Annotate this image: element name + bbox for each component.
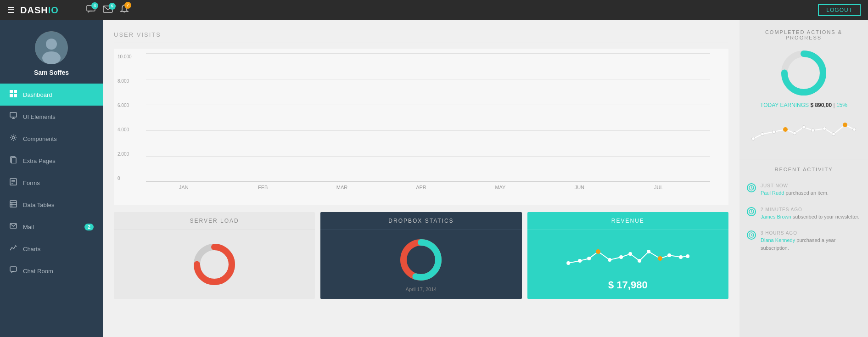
svg-point-32 <box>619 255 623 259</box>
dropbox-donut <box>398 237 444 283</box>
sidebar-item-chat-room[interactable]: Chat Room <box>0 260 103 282</box>
sidebar-item-extra-pages[interactable]: Extra Pages <box>0 150 103 172</box>
activity-link-1[interactable]: James Brown <box>761 214 791 219</box>
sidebar-item-label: Charts <box>23 246 94 253</box>
activity-item-0: JUST NOW Paul Rudd purchased an item. <box>739 178 868 202</box>
svg-point-47 <box>793 132 796 135</box>
bell-badge: 7 <box>124 2 131 9</box>
right-panel: COMPLETED ACTIONS & PROGRESS TODAY EARNI… <box>739 20 868 337</box>
svg-point-3 <box>46 39 57 50</box>
envelope-badge: 5 <box>109 3 116 10</box>
y-label-0: 0 <box>118 176 132 181</box>
svg-point-35 <box>647 250 650 253</box>
svg-point-36 <box>658 256 662 261</box>
svg-rect-8 <box>14 94 17 97</box>
sidebar-profile: Sam Soffes <box>0 20 103 84</box>
svg-point-42 <box>783 127 788 132</box>
sidebar-item-dashboard[interactable]: Dashboard <box>0 84 103 106</box>
revenue-amount: $ 17,980 <box>608 279 648 291</box>
svg-point-4 <box>42 51 61 64</box>
sidebar-item-label: UI Elements <box>23 113 94 120</box>
sidebar-item-label: Dashboard <box>23 91 94 98</box>
x-label-jul: JUL <box>621 185 696 190</box>
svg-point-39 <box>686 254 689 258</box>
sidebar-item-label: Forms <box>23 180 94 186</box>
earnings-text: TODAY EARNINGS $ 890,00 | 15% <box>739 102 868 108</box>
dashboard-icon <box>9 90 17 99</box>
forms-icon <box>9 178 17 187</box>
sidebar-item-label: Mail <box>23 224 84 230</box>
bell-icon-wrap[interactable]: 7 <box>120 5 129 16</box>
sidebar-item-label: Components <box>23 135 94 142</box>
revenue-body: $ 17,980 <box>527 230 728 299</box>
comment-icon-wrap[interactable]: 4 <box>86 5 95 16</box>
avatar <box>35 31 68 64</box>
svg-point-29 <box>578 259 582 263</box>
svg-point-45 <box>761 133 764 136</box>
sidebar-item-data-tables[interactable]: Data Tables <box>0 194 103 216</box>
sidebar-item-components[interactable]: Components <box>0 128 103 150</box>
x-label-may: MAY <box>463 185 538 190</box>
cards-row: SERVER LOAD DROPBOX STATICS <box>114 212 728 299</box>
svg-rect-17 <box>10 201 17 207</box>
svg-point-27 <box>596 249 600 254</box>
svg-point-10 <box>12 137 15 139</box>
svg-rect-9 <box>10 112 17 117</box>
y-label-10000: 10.000 <box>118 54 132 59</box>
revenue-card: REVENUE <box>527 212 728 299</box>
clock-icon-0 <box>747 183 756 192</box>
earnings-line-chart <box>743 116 864 148</box>
revenue-chart <box>535 238 721 275</box>
y-label-2000: 2.000 <box>118 152 132 157</box>
x-label-jun: JUN <box>542 185 617 190</box>
topbar-icons: 4 5 7 <box>86 5 129 16</box>
svg-rect-5 <box>10 90 13 93</box>
x-label-mar: MAR <box>304 185 380 190</box>
activity-link-0[interactable]: Paul Rudd <box>761 190 784 196</box>
svg-point-52 <box>853 128 856 131</box>
user-visits-chart: 0 2.000 4.000 6.000 8.000 10.000 <box>114 49 728 205</box>
svg-point-43 <box>843 123 847 127</box>
dropbox-body: April 17, 2014 <box>320 230 521 299</box>
activity-content-0: JUST NOW Paul Rudd purchased an item. <box>761 182 829 197</box>
server-load-donut <box>191 242 237 287</box>
svg-point-46 <box>773 130 776 134</box>
completed-donut-wrap <box>739 48 868 98</box>
mail-icon <box>9 222 17 231</box>
completed-donut <box>778 48 829 98</box>
svg-rect-7 <box>10 94 13 97</box>
completed-actions-title: COMPLETED ACTIONS & PROGRESS <box>739 29 868 40</box>
y-label-4000: 4.000 <box>118 127 132 132</box>
dropbox-card: DROPBOX STATICS April 17, 2014 <box>320 212 521 299</box>
sidebar-item-ui-elements[interactable]: UI Elements <box>0 106 103 128</box>
panel-divider <box>739 159 868 159</box>
svg-point-34 <box>638 259 641 263</box>
sidebar-item-charts[interactable]: Charts <box>0 238 103 260</box>
svg-point-50 <box>823 127 826 130</box>
menu-icon[interactable]: ☰ <box>7 5 15 15</box>
logout-button[interactable]: logout <box>818 4 861 16</box>
revenue-title: REVENUE <box>527 212 728 230</box>
dropbox-date: April 17, 2014 <box>406 286 437 292</box>
gear-icon <box>9 134 17 143</box>
monitor-icon <box>9 112 17 121</box>
dropbox-title: DROPBOX STATICS <box>320 212 521 230</box>
sidebar-nav: Dashboard UI Elements Components Extra P… <box>0 84 103 337</box>
server-load-card: SERVER LOAD <box>114 212 315 299</box>
sidebar-username: Sam Soffes <box>34 69 69 76</box>
activity-content-1: 2 MINUTES AGO James Brown subscribed to … <box>761 206 859 221</box>
chat-icon <box>9 266 17 275</box>
server-load-title: SERVER LOAD <box>114 212 315 230</box>
x-label-feb: FEB <box>225 185 300 190</box>
sidebar-item-forms[interactable]: Forms <box>0 172 103 194</box>
svg-point-51 <box>832 133 835 136</box>
mail-badge: 2 <box>84 224 94 230</box>
activity-link-2[interactable]: Diana Kennedy <box>761 237 795 243</box>
svg-point-31 <box>608 258 611 262</box>
table-icon <box>9 200 17 209</box>
envelope-icon-wrap[interactable]: 5 <box>103 6 113 15</box>
topbar: ☰ DASHIO 4 5 7 logout <box>0 0 868 20</box>
y-label-8000: 8.000 <box>118 79 132 84</box>
activity-content-2: 3 HOURS AGO Diana Kennedy purchased a ye… <box>761 230 861 252</box>
sidebar-item-mail[interactable]: Mail 2 <box>0 216 103 238</box>
